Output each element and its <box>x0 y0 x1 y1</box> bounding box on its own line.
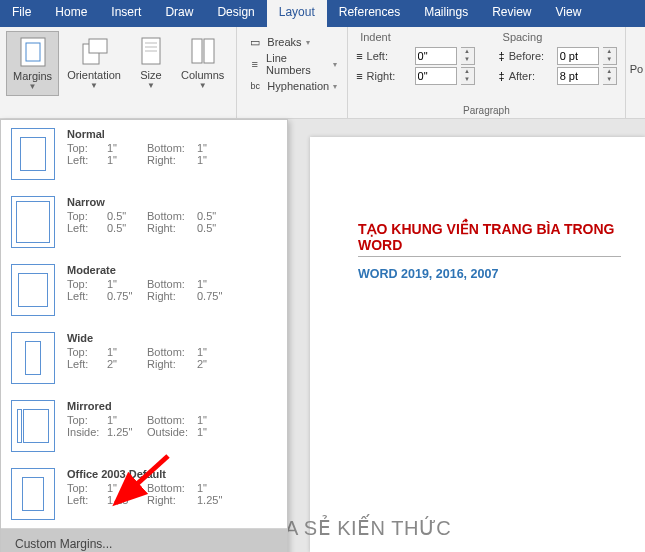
preset-name: Mirrored <box>67 400 277 412</box>
indent-right-input[interactable] <box>415 67 457 85</box>
document-page: TẠO KHUNG VIỀN TRANG BÌA TRONG WORD WORD… <box>310 137 645 552</box>
preset-name: Moderate <box>67 264 277 276</box>
spinner[interactable]: ▲▼ <box>461 47 475 65</box>
margin-preset-normal[interactable]: NormalTop:1"Bottom:1"Left:1"Right:1" <box>1 120 287 188</box>
preset-thumb <box>11 264 55 316</box>
preset-thumb <box>11 468 55 520</box>
margins-button[interactable]: Margins ▼ <box>6 31 59 96</box>
orientation-icon <box>78 35 110 67</box>
chevron-down-icon: ▼ <box>199 81 207 90</box>
tab-draw[interactable]: Draw <box>153 0 205 27</box>
ribbon: Margins ▼ Orientation ▼ Size ▼ Columns ▼… <box>0 27 645 119</box>
ribbon-tabs: FileHomeInsertDrawDesignLayoutReferences… <box>0 0 645 27</box>
preset-thumb <box>11 400 55 452</box>
indent-header: Indent <box>356 31 474 46</box>
margin-preset-mirrored[interactable]: MirroredTop:1"Bottom:1"Inside:1.25"Outsi… <box>1 392 287 460</box>
preset-thumb <box>11 128 55 180</box>
page-area: TẠO KHUNG VIỀN TRANG BÌA TRONG WORD WORD… <box>288 119 645 552</box>
hyphenation-icon: bc <box>247 78 263 94</box>
doc-subtitle: WORD 2019, 2016, 2007 <box>358 267 621 281</box>
preset-name: Wide <box>67 332 277 344</box>
margin-preset-narrow[interactable]: NarrowTop:0.5"Bottom:0.5"Left:0.5"Right:… <box>1 188 287 256</box>
indent-left-input[interactable] <box>415 47 457 65</box>
spacing-after-row: ‡ After: ▲▼ <box>499 66 617 86</box>
size-icon <box>135 35 167 67</box>
spacing-before-row: ‡ Before: ▲▼ <box>499 46 617 66</box>
tab-file[interactable]: File <box>0 0 43 27</box>
preset-name: Narrow <box>67 196 277 208</box>
margin-preset-moderate[interactable]: ModerateTop:1"Bottom:1"Left:0.75"Right:0… <box>1 256 287 324</box>
tab-view[interactable]: View <box>544 0 594 27</box>
columns-icon <box>187 35 219 67</box>
spacing-header: Spacing <box>499 31 617 46</box>
margins-dropdown: NormalTop:1"Bottom:1"Left:1"Right:1"Narr… <box>0 119 288 552</box>
orientation-button[interactable]: Orientation ▼ <box>61 31 127 96</box>
spacing-after-icon: ‡ <box>499 70 505 82</box>
svg-rect-8 <box>192 39 202 63</box>
tab-home[interactable]: Home <box>43 0 99 27</box>
preset-name: Office 2003 Default <box>67 468 277 480</box>
tab-mailings[interactable]: Mailings <box>412 0 480 27</box>
spinner[interactable]: ▲▼ <box>461 67 475 85</box>
breaks-button[interactable]: ▭Breaks▾ <box>243 33 341 51</box>
paragraph-group-label: Paragraph <box>348 105 625 116</box>
spacing-before-icon: ‡ <box>499 50 505 62</box>
chevron-down-icon: ▼ <box>90 81 98 90</box>
svg-rect-0 <box>21 38 45 66</box>
indent-left-icon: ≡ <box>356 50 362 62</box>
tab-design[interactable]: Design <box>205 0 266 27</box>
indent-left-row: ≡ Left: ▲▼ <box>356 46 474 66</box>
indent-right-icon: ≡ <box>356 70 362 82</box>
spinner[interactable]: ▲▼ <box>603 67 617 85</box>
margin-preset-office[interactable]: Office 2003 DefaultTop:1"Bottom:1"Left:1… <box>1 460 287 528</box>
spacing-after-input[interactable] <box>557 67 599 85</box>
preset-name: Normal <box>67 128 277 140</box>
spinner[interactable]: ▲▼ <box>603 47 617 65</box>
preset-thumb <box>11 332 55 384</box>
margins-icon <box>17 36 49 68</box>
preset-thumb <box>11 196 55 248</box>
custom-margins-item[interactable]: Custom Margins... <box>1 528 287 552</box>
spacing-before-input[interactable] <box>557 47 599 65</box>
tab-layout[interactable]: Layout <box>267 0 327 27</box>
svg-rect-9 <box>204 39 214 63</box>
chevron-down-icon: ▼ <box>147 81 155 90</box>
position-button-partial[interactable]: Po <box>630 33 643 75</box>
size-button[interactable]: Size ▼ <box>129 31 173 96</box>
svg-rect-3 <box>89 39 107 53</box>
margin-preset-wide[interactable]: WideTop:1"Bottom:1"Left:2"Right:2" <box>1 324 287 392</box>
hyphenation-button[interactable]: bcHyphenation▾ <box>243 77 341 95</box>
line-numbers-button[interactable]: ≡Line Numbers▾ <box>243 51 341 77</box>
line-numbers-icon: ≡ <box>247 56 262 72</box>
doc-title: TẠO KHUNG VIỀN TRANG BÌA TRONG WORD <box>358 221 621 257</box>
tab-references[interactable]: References <box>327 0 412 27</box>
tab-review[interactable]: Review <box>480 0 543 27</box>
chevron-down-icon: ▼ <box>29 82 37 91</box>
columns-button[interactable]: Columns ▼ <box>175 31 230 96</box>
indent-right-row: ≡ Right: ▲▼ <box>356 66 474 86</box>
tab-insert[interactable]: Insert <box>99 0 153 27</box>
breaks-icon: ▭ <box>247 34 263 50</box>
